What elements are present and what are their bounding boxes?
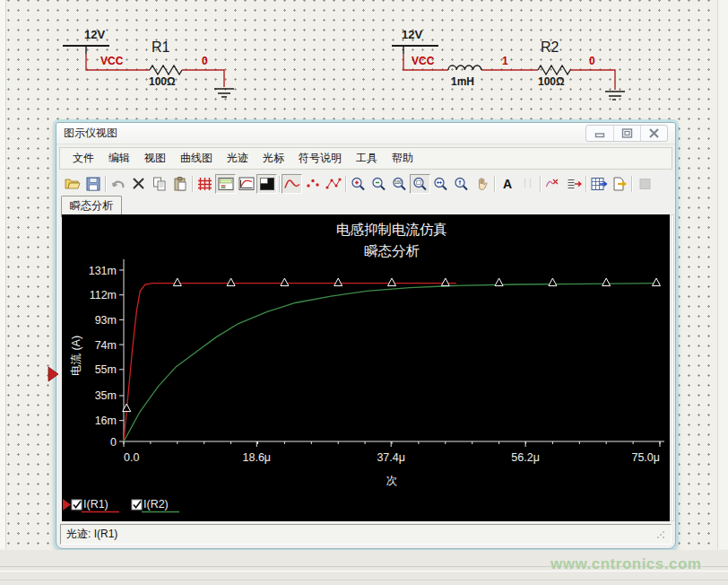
trace-marker-icon xyxy=(549,278,557,286)
net-label-0-left[interactable]: 0 xyxy=(202,55,208,67)
resize-grip-icon[interactable] xyxy=(655,529,665,539)
menu-item-cursor[interactable]: 光标 xyxy=(256,148,291,169)
chart-scrollbar[interactable] xyxy=(671,214,674,521)
legend-label: I(R2) xyxy=(143,498,169,511)
toolbar-separator xyxy=(345,176,346,192)
watermark: www.cntronics.com xyxy=(550,555,701,573)
source-label-left[interactable]: 12V xyxy=(84,28,105,41)
toolbar-separator xyxy=(585,176,586,192)
menu-item-file[interactable]: 文件 xyxy=(65,148,101,169)
value-l1[interactable]: 1mH xyxy=(451,75,474,88)
zoom-in-icon[interactable] xyxy=(348,174,368,194)
status-bar: 光迹: I(R1) xyxy=(60,524,672,545)
menu-item-graph[interactable]: 曲线图 xyxy=(173,148,220,169)
toggle-cursors-icon xyxy=(517,174,538,194)
overlay-traces-icon[interactable] xyxy=(542,174,563,194)
menu-item-trace[interactable]: 光迹 xyxy=(220,148,256,169)
trace-marker-icon xyxy=(602,278,611,286)
graph-properties-icon[interactable] xyxy=(236,174,256,194)
close-button[interactable] xyxy=(640,126,667,141)
net-label-vcc-left[interactable]: VCC xyxy=(100,55,123,67)
svg-text:A: A xyxy=(502,177,511,191)
y-tick-label: 131m xyxy=(89,265,117,277)
legend-selected-arrow-icon xyxy=(63,499,71,511)
toolbar: 100A xyxy=(59,172,672,196)
menu-item-edit[interactable]: 编辑 xyxy=(101,148,137,169)
toolbar-separator xyxy=(279,176,280,192)
export-table-icon[interactable] xyxy=(588,174,609,194)
y-tick-label: 112m xyxy=(90,289,117,301)
value-r1[interactable]: 100Ω xyxy=(149,75,176,88)
chart-area[interactable]: 电感抑制电流仿真瞬态分析016m35m55m74m93m112m131m0.01… xyxy=(62,214,670,521)
export-traces-icon[interactable] xyxy=(563,174,584,194)
chart-subtitle: 瞬态分析 xyxy=(364,243,420,258)
menu-item-legend[interactable]: 符号说明 xyxy=(291,148,349,169)
zoom-horizontal-icon[interactable] xyxy=(430,174,451,194)
copy-icon[interactable] xyxy=(149,174,169,194)
title-bar[interactable]: 图示仪视图 xyxy=(56,123,675,144)
refdes-r1[interactable]: R1 xyxy=(152,39,169,56)
zoom-area-icon[interactable] xyxy=(410,174,430,194)
trace-marker-icon xyxy=(334,278,342,286)
resistor-r1-symbol[interactable] xyxy=(150,65,182,74)
toolbar-separator xyxy=(494,176,495,192)
toolbar-separator xyxy=(192,176,193,192)
line-plot-icon[interactable] xyxy=(282,174,302,194)
value-r2[interactable]: 100Ω xyxy=(538,75,565,88)
x-tick-label: 37.4μ xyxy=(377,451,405,464)
net-label-vcc-right[interactable]: VCC xyxy=(412,55,434,67)
zoom-restore-icon[interactable]: 100 xyxy=(389,174,410,194)
series-line-I(R1)[interactable] xyxy=(124,284,456,441)
scatter-plot-icon[interactable] xyxy=(302,174,323,194)
x-axis-label: 次 xyxy=(386,475,398,487)
stop-icon xyxy=(634,174,654,194)
export-page-icon[interactable] xyxy=(609,174,629,194)
resistor-r2-symbol[interactable] xyxy=(538,65,570,74)
selected-trace-arrow-icon xyxy=(48,366,59,382)
tab-row: 瞬态分析 xyxy=(61,196,122,214)
menu-item-view[interactable]: 视图 xyxy=(137,148,173,169)
show-grid-icon[interactable] xyxy=(195,174,215,194)
trace-marker-icon xyxy=(653,278,661,286)
menu-item-help[interactable]: 帮助 xyxy=(385,148,420,169)
inductor-l1-symbol[interactable] xyxy=(448,65,481,70)
y-tick-label: 74m xyxy=(95,339,117,352)
save-icon[interactable] xyxy=(82,174,103,194)
undo-icon[interactable] xyxy=(108,174,128,194)
net-label-0-right[interactable]: 0 xyxy=(589,55,595,67)
ground-symbol-right[interactable] xyxy=(605,92,625,100)
window-controls xyxy=(585,125,668,142)
minimize-button[interactable] xyxy=(586,126,613,141)
add-text-icon[interactable]: A xyxy=(497,174,517,194)
menu-item-tools[interactable]: 工具 xyxy=(349,148,385,169)
open-icon[interactable] xyxy=(62,174,82,194)
chart-title: 电感抑制电流仿真 xyxy=(336,222,447,237)
refdes-r2[interactable]: R2 xyxy=(541,39,559,56)
toolbar-separator xyxy=(540,176,541,192)
trace-marker-icon xyxy=(227,278,235,286)
delete-icon[interactable] xyxy=(128,174,149,194)
line-scatter-plot-icon[interactable] xyxy=(323,174,343,194)
invert-colors-icon[interactable] xyxy=(256,174,277,194)
toolbar-separator xyxy=(105,176,106,192)
transient-chart: 电感抑制电流仿真瞬态分析016m35m55m74m93m112m131m0.01… xyxy=(62,214,670,521)
screenshot-root: 12V VCC R1 100Ω 0 12V VCC 1mH 1 R2 100Ω … xyxy=(0,0,728,585)
restore-button[interactable] xyxy=(613,126,640,141)
source-label-right[interactable]: 12V xyxy=(402,28,422,41)
y-tick-label: 93m xyxy=(95,314,117,327)
y-tick-label: 55m xyxy=(95,363,117,376)
y-axis-label: 电流 (A) xyxy=(70,336,82,376)
pan-icon[interactable] xyxy=(472,174,492,194)
zoom-vertical-icon[interactable] xyxy=(451,174,472,194)
toolbar-separator xyxy=(631,176,632,192)
series-line-I(R2)[interactable] xyxy=(124,284,660,441)
show-legend-icon[interactable] xyxy=(215,174,236,194)
zoom-out-icon[interactable] xyxy=(368,174,389,194)
paste-icon[interactable] xyxy=(169,174,190,194)
ground-symbol-left[interactable] xyxy=(214,89,234,97)
wire-r2-ground[interactable] xyxy=(570,70,615,90)
x-tick-label: 18.6μ xyxy=(243,451,272,464)
net-label-1[interactable]: 1 xyxy=(502,55,508,67)
wire-r1-ground[interactable] xyxy=(182,70,224,87)
trace-marker-icon xyxy=(173,278,181,286)
